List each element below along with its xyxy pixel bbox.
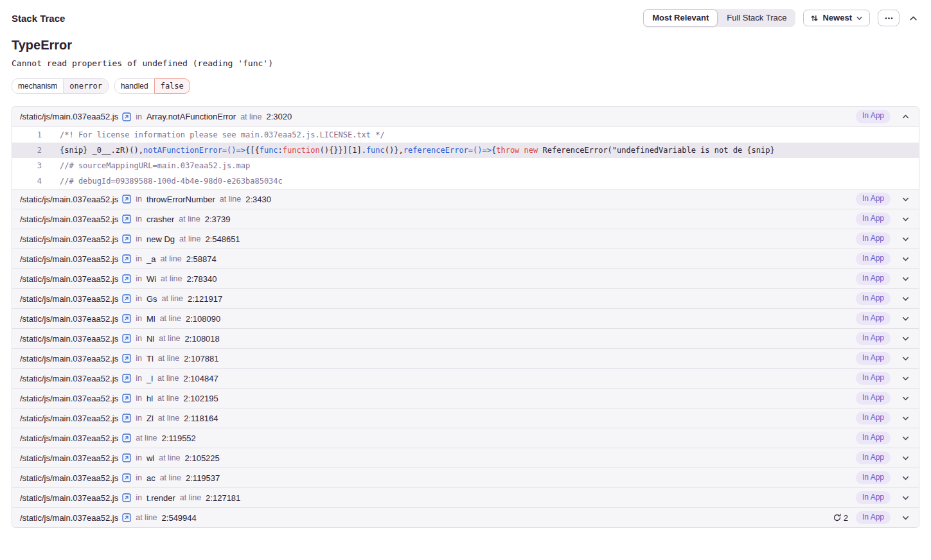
frame-line-number: 2:121917 (188, 294, 222, 304)
more-options-button[interactable] (878, 10, 900, 26)
chevron-down-icon[interactable] (898, 315, 912, 323)
tag-value: onerror (63, 79, 108, 93)
stack-frame-row[interactable]: /static/js/main.037eaa52.jsinZlat line2:… (12, 408, 919, 428)
chevron-down-icon[interactable] (898, 434, 912, 442)
at-line-label: at line (136, 513, 157, 522)
stack-frame-row[interactable]: /static/js/main.037eaa52.jsat line2:1195… (12, 428, 919, 448)
frame-line-number: 2:549944 (162, 513, 197, 523)
external-link-icon[interactable] (122, 294, 131, 303)
external-link-icon[interactable] (122, 112, 131, 121)
in-label: in (136, 314, 142, 323)
chevron-down-icon[interactable] (898, 255, 912, 263)
stack-frame-row[interactable]: /static/js/main.037eaa52.jsinnew Dgat li… (12, 229, 919, 249)
stack-frame-row[interactable]: /static/js/main.037eaa52.jsinWiat line2:… (12, 268, 919, 288)
stack-frame-row[interactable]: /static/js/main.037eaa52.jsinMlat line2:… (12, 308, 919, 328)
stack-frame-row[interactable]: /static/js/main.037eaa52.jsinthrowErrorN… (12, 189, 919, 209)
external-link-icon[interactable] (122, 354, 131, 363)
sort-button[interactable]: Newest (803, 10, 870, 26)
topbar-controls: Most Relevant Full Stack Trace Newest (643, 9, 919, 27)
stack-frame-row[interactable]: /static/js/main.037eaa52.jsat line2:5499… (12, 507, 919, 527)
stack-frame-row[interactable]: /static/js/main.037eaa52.jsin_lat line2:… (12, 368, 919, 388)
chevron-down-icon[interactable] (898, 454, 912, 462)
external-link-icon[interactable] (122, 214, 131, 223)
in-label: in (136, 214, 142, 223)
in-app-badge: In App (856, 352, 891, 365)
external-link-icon[interactable] (122, 314, 131, 323)
at-line-label: at line (160, 314, 181, 323)
chevron-up-icon[interactable] (898, 112, 912, 121)
stack-frame-row[interactable]: /static/js/main.037eaa52.jsinacat line2:… (12, 468, 919, 487)
collapse-section-button[interactable] (907, 12, 919, 24)
chevron-down-icon[interactable] (898, 275, 912, 283)
frame-line-number: 2:127181 (206, 493, 240, 503)
page-title: Stack Trace (12, 13, 65, 24)
external-link-icon[interactable] (122, 254, 131, 263)
repeat-count: 2 (833, 513, 848, 523)
line-content: //# sourceMappingURL=main.037eaa52.js.ma… (60, 161, 250, 170)
in-app-badge: In App (856, 312, 891, 325)
external-link-icon[interactable] (122, 513, 131, 522)
stack-frame-row[interactable]: /static/js/main.037eaa52.jsinNlat line2:… (12, 328, 919, 348)
stack-frame-row[interactable]: /static/js/main.037eaa52.jsincrasherat l… (12, 209, 919, 229)
at-line-label: at line (159, 453, 180, 462)
stack-frame-row[interactable]: /static/js/main.037eaa52.jsint.renderat … (12, 487, 919, 507)
external-link-icon[interactable] (122, 374, 131, 383)
stack-frame-row[interactable]: /static/js/main.037eaa52.jsinhlat line2:… (12, 388, 919, 408)
frame-path: /static/js/main.037eaa52.js (20, 374, 118, 383)
external-link-icon[interactable] (122, 274, 131, 283)
frame-path: /static/js/main.037eaa52.js (20, 334, 118, 344)
external-link-icon[interactable] (122, 334, 131, 343)
chevron-down-icon[interactable] (898, 474, 912, 482)
stack-trace-page: Stack Trace Most Relevant Full Stack Tra… (0, 0, 931, 528)
toggle-most-relevant[interactable]: Most Relevant (643, 9, 718, 27)
chevron-down-icon[interactable] (898, 374, 912, 383)
at-line-label: at line (157, 394, 179, 403)
chevron-down-icon[interactable] (898, 215, 912, 223)
frame-path: /static/js/main.037eaa52.js (20, 254, 118, 264)
stack-frame-row[interactable]: /static/js/main.037eaa52.jsinTlat line2:… (12, 348, 919, 368)
frame-line-number: 2:119552 (162, 433, 196, 443)
stack-frame-row[interactable]: /static/js/main.037eaa52.jsinwlat line2:… (12, 448, 919, 468)
frame-line-number: 2:119537 (186, 473, 220, 483)
frame-line-number: 2:58874 (186, 254, 217, 264)
stack-frame-row[interactable]: /static/js/main.037eaa52.jsin_aat line2:… (12, 249, 919, 268)
chevron-down-icon[interactable] (898, 235, 912, 243)
chevron-down-icon[interactable] (898, 295, 912, 303)
external-link-icon[interactable] (122, 234, 131, 243)
chevron-down-icon[interactable] (898, 195, 912, 204)
chevron-up-icon (909, 13, 918, 23)
frame-line-number: 2:105225 (185, 453, 220, 463)
error-type: TypeError (12, 38, 919, 53)
in-app-badge: In App (856, 471, 891, 484)
in-app-badge: In App (856, 372, 891, 385)
frame-line-number: 2:548651 (205, 234, 240, 244)
tag-key: handled (115, 79, 154, 93)
stack-frame-row[interactable]: /static/js/main.037eaa52.jsinArray.notAF… (12, 107, 919, 127)
line-content: /*! For license information please see m… (60, 130, 385, 139)
at-line-label: at line (158, 414, 179, 423)
external-link-icon[interactable] (122, 453, 131, 462)
frame-function: Tl (146, 354, 154, 363)
chevron-down-icon[interactable] (898, 354, 912, 363)
external-link-icon[interactable] (122, 493, 131, 502)
in-label: in (136, 354, 142, 363)
chevron-down-icon[interactable] (898, 414, 912, 423)
chevron-down-icon[interactable] (898, 494, 912, 502)
frame-path: /static/js/main.037eaa52.js (20, 112, 118, 121)
external-link-icon[interactable] (122, 473, 131, 482)
sort-label: Newest (822, 13, 852, 23)
chevron-down-icon[interactable] (898, 394, 912, 403)
stack-frame-row[interactable]: /static/js/main.037eaa52.jsinGsat line2:… (12, 288, 919, 308)
line-number: 4 (12, 177, 42, 186)
chevron-down-icon[interactable] (898, 514, 912, 522)
stack-frames-panel: /static/js/main.037eaa52.jsinArray.notAF… (12, 106, 919, 528)
external-link-icon[interactable] (122, 195, 131, 204)
toggle-full-stack-trace[interactable]: Full Stack Trace (718, 9, 795, 27)
external-link-icon[interactable] (122, 394, 131, 403)
chevron-down-icon[interactable] (898, 335, 912, 343)
external-link-icon[interactable] (122, 433, 131, 442)
frame-path: /static/js/main.037eaa52.js (20, 473, 118, 483)
refresh-icon (833, 513, 842, 522)
at-line-label: at line (160, 473, 181, 482)
external-link-icon[interactable] (122, 414, 131, 423)
